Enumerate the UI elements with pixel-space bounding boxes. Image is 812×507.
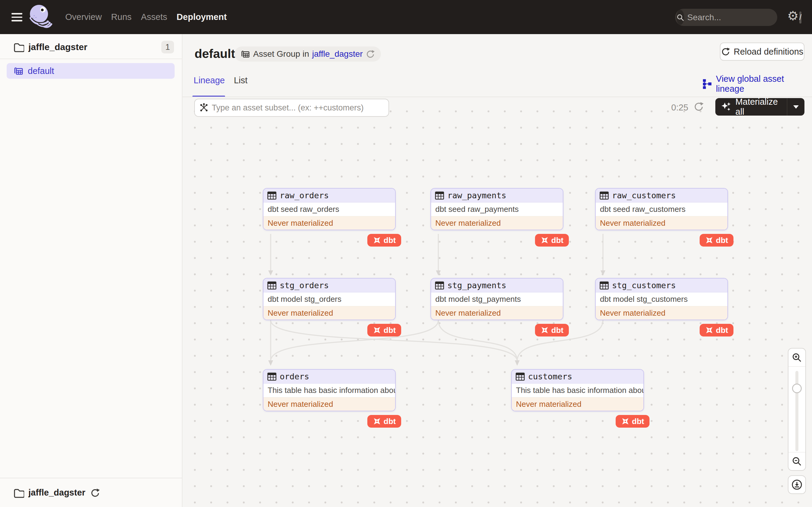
asset-node-stg_payments[interactable]: stg_paymentsdbt model stg_paymentsNever … xyxy=(430,278,563,320)
dbt-badge-label: dbt xyxy=(551,326,563,335)
dbt-badge-label: dbt xyxy=(716,326,728,335)
search-shortcut-badge: / xyxy=(799,11,801,23)
refresh-icon xyxy=(721,47,730,56)
asset-status: Never materialized xyxy=(263,397,395,411)
breadcrumb-repo-link[interactable]: jaffle_dagster xyxy=(312,49,363,59)
asset-description: dbt model stg_payments xyxy=(431,292,563,306)
dbt-logo-icon xyxy=(373,236,381,244)
zoom-slider-track[interactable] xyxy=(795,371,798,451)
materialize-all-button[interactable]: Materialize all xyxy=(715,98,804,116)
asset-name: raw_customers xyxy=(612,191,676,200)
dbt-badge: dbt xyxy=(700,234,733,246)
asset-description: dbt seed raw_payments xyxy=(431,203,563,216)
table-icon xyxy=(600,191,609,200)
dbt-badge-label: dbt xyxy=(384,236,396,245)
dbt-badge: dbt xyxy=(700,324,733,337)
sidebar-repo-label: jaffle_dagster xyxy=(29,42,87,52)
tab-list[interactable]: List xyxy=(234,75,247,87)
breadcrumb-prefix: Asset Group in xyxy=(253,49,309,59)
breadcrumb: Asset Group in jaffle_dagster xyxy=(235,47,381,62)
asset-status: Never materialized xyxy=(596,306,727,320)
dbt-logo-icon xyxy=(705,236,714,244)
sparkle-icon xyxy=(721,101,731,112)
nav-item-assets[interactable]: Assets xyxy=(141,12,167,22)
asset-description: dbt seed raw_customers xyxy=(596,203,727,216)
lineage-canvas[interactable]: 0:25 Materialize all xyxy=(183,97,812,507)
search-input[interactable] xyxy=(684,13,799,22)
sidebar-footer-label: jaffle_dagster xyxy=(29,488,86,498)
download-image-button[interactable] xyxy=(788,475,806,494)
asset-node-orders[interactable]: ordersThis table has basic information a… xyxy=(263,369,396,411)
table-icon xyxy=(267,191,276,200)
sidebar-repo-row[interactable]: jaffle_dagster 1 xyxy=(0,39,183,55)
materialize-dropdown-button[interactable] xyxy=(787,98,804,116)
asset-node-header: raw_payments xyxy=(431,188,563,203)
asset-group-icon xyxy=(241,49,250,59)
refresh-icon[interactable] xyxy=(366,50,375,59)
nav-item-runs[interactable]: Runs xyxy=(111,12,132,22)
asset-description: dbt model stg_customers xyxy=(596,292,727,306)
asset-node-raw_orders[interactable]: raw_ordersdbt seed raw_ordersNever mater… xyxy=(263,188,396,230)
dbt-logo-icon xyxy=(541,326,549,334)
table-icon xyxy=(435,281,444,290)
nav-item-deployment[interactable]: Deployment xyxy=(177,12,227,22)
asset-status: Never materialized xyxy=(596,216,727,230)
reload-repo-icon[interactable] xyxy=(90,488,100,498)
nav-item-overview[interactable]: Overview xyxy=(65,12,102,22)
menu-icon[interactable] xyxy=(11,11,23,23)
dbt-badge-label: dbt xyxy=(384,417,396,426)
folder-icon xyxy=(13,488,24,498)
dbt-badge-label: dbt xyxy=(716,236,728,245)
settings-gear-icon[interactable]: ⚙ xyxy=(787,10,799,22)
dbt-badge-label: dbt xyxy=(632,417,644,426)
tab-lineage[interactable]: Lineage xyxy=(194,75,225,87)
download-icon xyxy=(791,478,803,491)
asset-subset-input[interactable] xyxy=(212,103,384,113)
asset-node-stg_customers[interactable]: stg_customersdbt model stg_customersNeve… xyxy=(595,278,728,320)
asset-node-header: stg_customers xyxy=(596,279,727,292)
asset-node-customers[interactable]: customersThis table has basic informatio… xyxy=(511,369,644,411)
asset-status: Never materialized xyxy=(512,397,644,411)
asset-status: Never materialized xyxy=(431,216,563,230)
table-icon xyxy=(267,281,276,290)
timer-refresh-icon[interactable] xyxy=(694,101,704,113)
sidebar-footer-repo[interactable]: jaffle_dagster xyxy=(0,478,183,507)
zoom-out-button[interactable] xyxy=(789,452,805,470)
zoom-in-button[interactable] xyxy=(789,349,805,367)
asset-subset-filter[interactable] xyxy=(194,99,389,117)
dagster-app: Overview Runs Assets Deployment / ⚙ xyxy=(0,0,812,507)
dbt-badge-label: dbt xyxy=(384,326,396,335)
asset-name: orders xyxy=(280,372,309,381)
dbt-badge: dbt xyxy=(367,415,401,428)
asset-node-header: stg_orders xyxy=(263,279,395,292)
dbt-badge-label: dbt xyxy=(551,236,563,245)
sidebar-divider xyxy=(0,59,183,59)
dbt-logo-icon xyxy=(373,326,381,334)
zoom-slider-handle[interactable] xyxy=(792,384,802,393)
asset-description: This table has basic information about .… xyxy=(263,384,395,397)
sidebar-item-default-group[interactable]: default xyxy=(7,63,174,79)
view-global-label: View global asset lineage xyxy=(716,74,812,94)
dbt-badge: dbt xyxy=(535,324,569,337)
zoom-control xyxy=(788,348,806,471)
reload-definitions-label: Reload definitions xyxy=(734,47,804,57)
dagster-logo-icon[interactable] xyxy=(29,4,56,31)
asset-description: dbt model stg_orders xyxy=(263,292,395,306)
materialize-all-main[interactable]: Materialize all xyxy=(715,97,787,117)
view-global-asset-lineage-link[interactable]: View global asset lineage xyxy=(702,74,812,94)
asset-name: customers xyxy=(528,372,572,381)
refresh-timer: 0:25 xyxy=(671,103,688,113)
global-search[interactable]: / xyxy=(675,9,777,26)
asset-sidebar: jaffle_dagster 1 default xyxy=(0,34,183,507)
asset-node-raw_customers[interactable]: raw_customersdbt seed raw_customersNever… xyxy=(595,188,728,230)
asset-status: Never materialized xyxy=(263,216,395,230)
asset-status: Never materialized xyxy=(263,306,395,320)
dbt-logo-icon xyxy=(373,417,381,426)
asset-node-stg_orders[interactable]: stg_ordersdbt model stg_ordersNever mate… xyxy=(263,278,396,320)
asset-description: dbt seed raw_orders xyxy=(263,203,395,216)
asset-count-badge: 1 xyxy=(161,41,174,53)
asset-node-raw_payments[interactable]: raw_paymentsdbt seed raw_paymentsNever m… xyxy=(430,188,563,230)
asset-selector-icon xyxy=(199,103,209,113)
reload-definitions-button[interactable]: Reload definitions xyxy=(720,43,804,61)
asset-group-icon xyxy=(13,66,23,76)
